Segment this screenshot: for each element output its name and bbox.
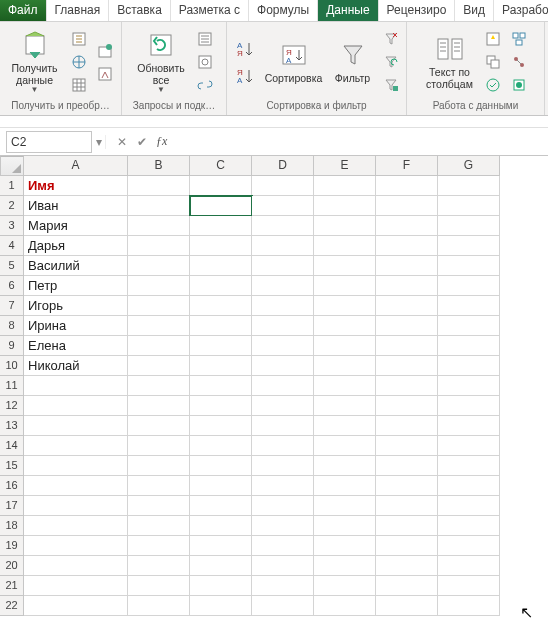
tab-view[interactable]: Вид	[455, 0, 494, 21]
row-header-6[interactable]: 6	[0, 276, 24, 296]
cell-B18[interactable]	[128, 516, 190, 536]
cell-G9[interactable]	[438, 336, 500, 356]
cell-A10[interactable]: Николай	[24, 356, 128, 376]
cell-B15[interactable]	[128, 456, 190, 476]
consolidate-button[interactable]	[509, 29, 529, 49]
cell-B14[interactable]	[128, 436, 190, 456]
recent-sources-button[interactable]	[95, 41, 115, 61]
cell-C15[interactable]	[190, 456, 252, 476]
cell-D18[interactable]	[252, 516, 314, 536]
tab-insert[interactable]: Вставка	[109, 0, 171, 21]
col-header-E[interactable]: E	[314, 156, 376, 176]
row-header-13[interactable]: 13	[0, 416, 24, 436]
sort-desc-button[interactable]: ЯА	[233, 64, 257, 88]
cell-G4[interactable]	[438, 236, 500, 256]
cell-G20[interactable]	[438, 556, 500, 576]
row-header-9[interactable]: 9	[0, 336, 24, 356]
cell-A12[interactable]	[24, 396, 128, 416]
cell-E9[interactable]	[314, 336, 376, 356]
cell-B5[interactable]	[128, 256, 190, 276]
tab-formulas[interactable]: Формулы	[249, 0, 318, 21]
cell-B16[interactable]	[128, 476, 190, 496]
cell-G16[interactable]	[438, 476, 500, 496]
cell-C16[interactable]	[190, 476, 252, 496]
cancel-icon[interactable]: ✕	[112, 135, 132, 149]
row-header-1[interactable]: 1	[0, 176, 24, 196]
cell-C3[interactable]	[190, 216, 252, 236]
cell-G13[interactable]	[438, 416, 500, 436]
cell-A17[interactable]	[24, 496, 128, 516]
cell-E2[interactable]	[314, 196, 376, 216]
row-header-4[interactable]: 4	[0, 236, 24, 256]
cell-D20[interactable]	[252, 556, 314, 576]
refresh-all-button[interactable]: Обновить все ▼	[133, 29, 189, 95]
cell-D13[interactable]	[252, 416, 314, 436]
row-header-16[interactable]: 16	[0, 476, 24, 496]
cell-A7[interactable]: Игорь	[24, 296, 128, 316]
cell-G14[interactable]	[438, 436, 500, 456]
cell-A15[interactable]	[24, 456, 128, 476]
from-text-csv-button[interactable]	[69, 29, 89, 49]
row-header-3[interactable]: 3	[0, 216, 24, 236]
cell-C12[interactable]	[190, 396, 252, 416]
cell-C7[interactable]	[190, 296, 252, 316]
cell-F17[interactable]	[376, 496, 438, 516]
data-validation-button[interactable]	[483, 75, 503, 95]
col-header-B[interactable]: B	[128, 156, 190, 176]
cell-A16[interactable]	[24, 476, 128, 496]
cell-B17[interactable]	[128, 496, 190, 516]
cell-C14[interactable]	[190, 436, 252, 456]
fx-icon[interactable]: ƒx	[156, 134, 167, 149]
row-header-14[interactable]: 14	[0, 436, 24, 456]
cell-C10[interactable]	[190, 356, 252, 376]
tab-file[interactable]: Файл	[0, 0, 47, 21]
cell-G11[interactable]	[438, 376, 500, 396]
cell-A18[interactable]	[24, 516, 128, 536]
tab-data[interactable]: Данные	[318, 0, 378, 21]
cell-E1[interactable]	[314, 176, 376, 196]
cell-G15[interactable]	[438, 456, 500, 476]
cell-A4[interactable]: Дарья	[24, 236, 128, 256]
cell-E6[interactable]	[314, 276, 376, 296]
clear-filter-button[interactable]	[381, 29, 401, 49]
row-header-19[interactable]: 19	[0, 536, 24, 556]
cell-D15[interactable]	[252, 456, 314, 476]
col-header-F[interactable]: F	[376, 156, 438, 176]
cell-D4[interactable]	[252, 236, 314, 256]
cell-B1[interactable]	[128, 176, 190, 196]
col-header-C[interactable]: C	[190, 156, 252, 176]
select-all-corner[interactable]	[0, 156, 24, 176]
cell-G10[interactable]	[438, 356, 500, 376]
cell-D3[interactable]	[252, 216, 314, 236]
advanced-button[interactable]	[381, 75, 401, 95]
cell-C8[interactable]	[190, 316, 252, 336]
cell-A11[interactable]	[24, 376, 128, 396]
cell-G21[interactable]	[438, 576, 500, 596]
cell-E7[interactable]	[314, 296, 376, 316]
cell-A1[interactable]: Имя	[24, 176, 128, 196]
cell-D7[interactable]	[252, 296, 314, 316]
name-box-dropdown[interactable]: ▾	[92, 135, 106, 149]
cell-A2[interactable]: Иван	[24, 196, 128, 216]
cell-F18[interactable]	[376, 516, 438, 536]
cell-E22[interactable]	[314, 596, 376, 616]
cell-E16[interactable]	[314, 476, 376, 496]
sort-button[interactable]: ЯА Сортировка	[263, 39, 325, 85]
cell-G2[interactable]	[438, 196, 500, 216]
cell-D1[interactable]	[252, 176, 314, 196]
cell-B21[interactable]	[128, 576, 190, 596]
row-header-5[interactable]: 5	[0, 256, 24, 276]
from-table-button[interactable]	[69, 75, 89, 95]
cell-A21[interactable]	[24, 576, 128, 596]
tab-review[interactable]: Рецензиро	[379, 0, 456, 21]
cell-B6[interactable]	[128, 276, 190, 296]
relationships-button[interactable]	[509, 52, 529, 72]
cell-C17[interactable]	[190, 496, 252, 516]
cell-E8[interactable]	[314, 316, 376, 336]
tab-layout[interactable]: Разметка с	[171, 0, 249, 21]
cell-A8[interactable]: Ирина	[24, 316, 128, 336]
cell-A14[interactable]	[24, 436, 128, 456]
text-to-columns-button[interactable]: Текст по столбцам	[423, 33, 477, 90]
cell-E15[interactable]	[314, 456, 376, 476]
row-header-17[interactable]: 17	[0, 496, 24, 516]
